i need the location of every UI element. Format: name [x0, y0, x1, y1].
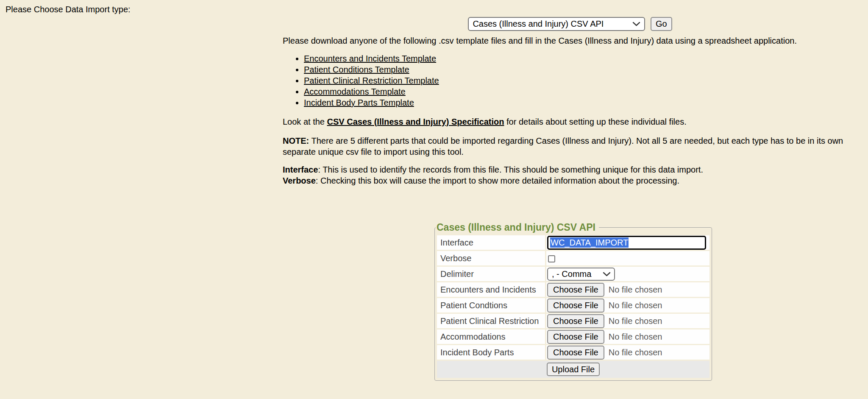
template-link-accommodations[interactable]: Accommodations Template	[304, 87, 406, 96]
csv-api-legend: Cases (Illness and Injury) CSV API	[436, 222, 599, 233]
go-button[interactable]: Go	[651, 17, 672, 31]
file-row-label: Encounters and Incidents	[437, 282, 545, 297]
file-row-label: Patient Condtions	[437, 298, 545, 313]
csv-api-fieldset: Cases (Illness and Injury) CSV API Inter…	[434, 222, 712, 381]
template-link-patient-clinical-restriction[interactable]: Patient Clinical Restriction Template	[304, 76, 439, 85]
delimiter-select[interactable]: , - Comma	[547, 268, 615, 281]
table-row-verbose: Verbose	[437, 251, 709, 265]
csv-specification-link[interactable]: CSV Cases (Illness and Injury) Specifica…	[327, 117, 504, 126]
list-item: Encounters and Incidents Template	[304, 53, 857, 64]
list-item: Incident Body Parts Template	[304, 98, 857, 108]
import-type-select[interactable]: Cases (Illness and Injury) CSV API	[468, 17, 645, 31]
list-item: Patient Conditions Template	[304, 64, 857, 75]
file-row-label: Patient Clinical Restriction	[437, 314, 545, 328]
main-content: Cases (Illness and Injury) CSV API Go Pl…	[283, 0, 857, 381]
download-instructions: Please download anyone of the following …	[283, 35, 857, 46]
file-status: No file chosen	[609, 301, 662, 310]
look-at-prefix: Look at the	[283, 117, 327, 126]
table-row-file-accommodations: Accommodations Choose FileNo file chosen	[437, 329, 709, 344]
verbose-definition: Verbose: Checking this box will cause th…	[283, 176, 679, 185]
template-link-encounters-incidents[interactable]: Encounters and Incidents Template	[304, 54, 436, 63]
verbose-row-label: Verbose	[437, 251, 545, 265]
list-item: Accommodations Template	[304, 86, 857, 97]
import-type-select-wrap: Cases (Illness and Injury) CSV API	[468, 17, 645, 31]
list-item: Patient Clinical Restriction Template	[304, 75, 857, 86]
delimiter-row-label: Delimiter	[437, 267, 545, 281]
choose-file-button-accommodations[interactable]: Choose File	[547, 330, 604, 344]
template-link-patient-conditions[interactable]: Patient Conditions Template	[304, 65, 409, 74]
note-label: NOTE:	[283, 136, 309, 145]
file-status: No file chosen	[609, 285, 662, 294]
choose-file-button-patient-conditions[interactable]: Choose File	[547, 299, 604, 313]
table-row-file-patient-clinical-restriction: Patient Clinical Restriction Choose File…	[437, 314, 709, 328]
interface-definition: Interface: This is used to identify the …	[283, 165, 703, 174]
interface-row-label: Interface	[437, 235, 545, 250]
file-status: No file chosen	[609, 316, 662, 326]
choose-file-button-incident-body-parts[interactable]: Choose File	[547, 346, 604, 360]
choose-file-button-encounters-incidents[interactable]: Choose File	[547, 283, 604, 297]
table-row-file-incident-body-parts: Incident Body Parts Choose FileNo file c…	[437, 345, 709, 360]
table-row-interface: Interface WC_DATA_IMPORT	[437, 235, 709, 250]
file-status: No file chosen	[609, 348, 662, 357]
look-at-suffix: for details about setting up these indiv…	[504, 117, 686, 126]
note-paragraph: NOTE: There are 5 different parts that c…	[283, 135, 857, 157]
file-status: No file chosen	[609, 332, 662, 341]
table-row-file-patient-conditions: Patient Condtions Choose FileNo file cho…	[437, 298, 709, 313]
choose-file-button-patient-clinical-restriction[interactable]: Choose File	[547, 314, 604, 328]
table-row-file-encounters-incidents: Encounters and Incidents Choose FileNo f…	[437, 282, 709, 297]
import-type-prompt: Please Choose Data Import type:	[6, 5, 131, 14]
table-row-delimiter: Delimiter , - Comma	[437, 267, 709, 281]
template-link-list: Encounters and Incidents Template Patien…	[283, 53, 857, 108]
field-definitions: Interface: This is used to identify the …	[283, 164, 857, 186]
interface-input[interactable]: WC_DATA_IMPORT	[547, 236, 706, 250]
file-row-label: Incident Body Parts	[437, 345, 545, 360]
verbose-checkbox[interactable]	[548, 255, 555, 262]
upload-file-button[interactable]: Upload File	[547, 363, 600, 376]
table-row-upload: Upload File	[437, 361, 709, 378]
template-link-incident-body-parts[interactable]: Incident Body Parts Template	[304, 98, 414, 107]
interface-input-selected-text: WC_DATA_IMPORT	[550, 237, 629, 248]
delimiter-select-wrap: , - Comma	[547, 268, 615, 281]
note-text: There are 5 different parts that could b…	[283, 136, 843, 156]
import-type-chooser: Cases (Illness and Injury) CSV API Go	[283, 17, 857, 31]
specification-line: Look at the CSV Cases (Illness and Injur…	[283, 116, 857, 127]
file-row-label: Accommodations	[437, 329, 545, 344]
csv-api-table: Interface WC_DATA_IMPORT Verbose Delimit…	[436, 234, 711, 379]
